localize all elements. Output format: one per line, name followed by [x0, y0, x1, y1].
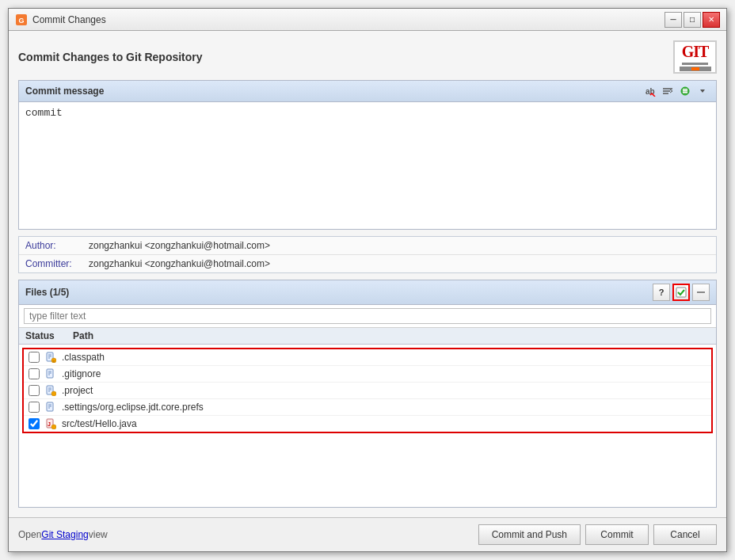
window-icon: G: [15, 13, 28, 26]
footer-open-label: Open: [18, 529, 41, 540]
author-label: Author:: [25, 240, 89, 251]
title-bar-text: Commit Changes: [32, 14, 665, 25]
file-path-1: .classpath: [62, 352, 105, 363]
file-type-icon-5: J: [44, 417, 57, 430]
file-type-icon-2: [44, 368, 57, 380]
maximize-button[interactable]: □: [684, 12, 701, 28]
files-section: Files (1/5) ?: [18, 280, 717, 508]
commit-and-push-button[interactable]: Commit and Push: [478, 524, 581, 545]
files-header: Files (1/5) ?: [19, 280, 716, 305]
table-row: .gitignore: [24, 366, 711, 383]
commit-message-label: Commit message: [25, 86, 104, 97]
svg-text:J: J: [48, 421, 51, 427]
check-all-icon[interactable]: [672, 284, 690, 301]
file-checkbox-4[interactable]: [29, 402, 40, 413]
file-checkbox-1[interactable]: [29, 352, 40, 363]
table-row: ≡ .classpath: [24, 349, 711, 366]
svg-rect-11: [676, 288, 686, 297]
svg-rect-8: [683, 89, 687, 90]
page-title: Commit Changes to Git Repository: [18, 51, 203, 63]
author-value: zongzhankui <zongzhankui@hotmail.com>: [89, 240, 270, 251]
spell-check-icon[interactable]: ab: [643, 84, 657, 98]
files-toolbar: ?: [653, 284, 710, 301]
wrap-icon[interactable]: [661, 84, 675, 98]
table-row: .project: [24, 383, 711, 399]
col-path-header: Path: [73, 330, 710, 341]
table-row: .settings/org.eclipse.jdt.core.prefs: [24, 399, 711, 416]
svg-rect-9: [683, 92, 687, 93]
filter-container: [19, 305, 716, 328]
file-path-2: .gitignore: [62, 368, 101, 379]
footer-view-label: view: [89, 529, 108, 540]
file-checkbox-3[interactable]: [29, 385, 40, 396]
committer-row: Committer: zongzhankui <zongzhankui@hotm…: [19, 255, 716, 272]
commit-message-header: Commit message ab: [19, 81, 716, 102]
close-button[interactable]: ✕: [703, 12, 720, 28]
svg-point-34: [51, 425, 56, 429]
content-area: Commit Changes to Git Repository GIT Com…: [9, 31, 726, 517]
files-table: Status Path: [19, 328, 716, 507]
svg-point-27: [51, 391, 56, 396]
file-type-icon-1: ≡: [44, 351, 57, 364]
help-icon[interactable]: ?: [653, 284, 670, 301]
svg-rect-12: [697, 291, 705, 293]
file-path-3: .project: [62, 385, 93, 396]
file-checkbox-2[interactable]: [29, 368, 40, 379]
committer-label: Committer:: [25, 258, 89, 269]
table-header: Status Path: [19, 328, 716, 345]
filter-input[interactable]: [24, 308, 711, 324]
table-row: J src/test/Hello.java: [24, 416, 711, 432]
title-bar-controls: ─ □ ✕: [665, 12, 720, 28]
svg-marker-10: [700, 90, 705, 93]
footer: Open Git Staging view Commit and Push Co…: [9, 517, 726, 551]
files-list: ≡ .classpath: [22, 348, 713, 433]
svg-text:≡: ≡: [53, 359, 55, 364]
file-type-icon-4: [44, 401, 57, 413]
git-staging-link[interactable]: Git Staging: [41, 529, 88, 540]
page-header: Commit Changes to Git Repository GIT: [18, 40, 717, 74]
cancel-button[interactable]: Cancel: [653, 524, 717, 545]
committer-value: zongzhankui <zongzhankui@hotmail.com>: [89, 258, 270, 269]
minimize-button[interactable]: ─: [665, 12, 682, 28]
svg-text:G: G: [18, 17, 24, 25]
main-window: G Commit Changes ─ □ ✕ Commit Changes to…: [8, 8, 727, 552]
title-bar: G Commit Changes ─ □ ✕: [9, 9, 726, 31]
commit-message-toolbar: ab: [643, 84, 710, 98]
file-path-5: src/test/Hello.java: [62, 418, 137, 429]
files-label: Files (1/5): [25, 287, 69, 298]
git-logo: GIT: [673, 40, 717, 74]
file-path-4: .settings/org.eclipse.jdt.core.prefs: [62, 402, 204, 413]
green-dot-icon[interactable]: [678, 84, 692, 98]
commit-message-section: Commit message ab: [18, 80, 717, 230]
file-type-icon-3: [44, 384, 57, 397]
commit-message-input[interactable]: commit: [19, 102, 716, 229]
footer-buttons: Commit and Push Commit Cancel: [478, 524, 717, 545]
dropdown-arrow-icon[interactable]: [695, 84, 710, 98]
svg-rect-7: [683, 90, 687, 92]
git-logo-text: GIT: [682, 43, 709, 65]
commit-button[interactable]: Commit: [585, 524, 649, 545]
uncheck-all-icon[interactable]: [692, 284, 710, 301]
col-status-header: Status: [25, 330, 73, 341]
author-section: Author: zongzhankui <zongzhankui@hotmail…: [18, 236, 717, 273]
author-row: Author: zongzhankui <zongzhankui@hotmail…: [19, 237, 716, 255]
file-checkbox-5[interactable]: [29, 418, 40, 429]
